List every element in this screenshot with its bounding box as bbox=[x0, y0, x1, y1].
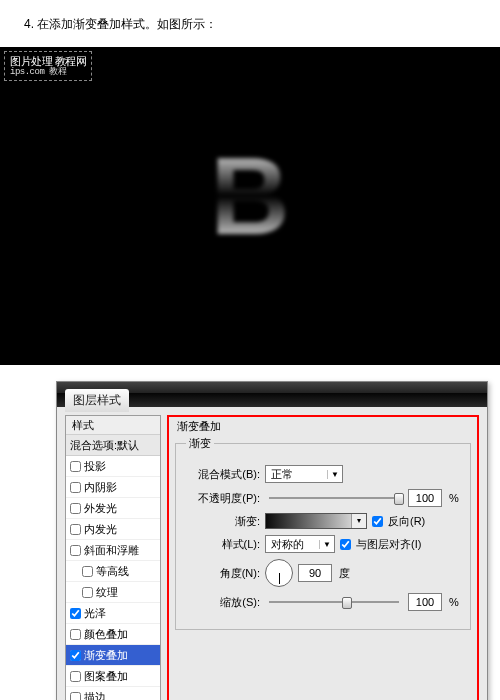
style-item-outer-glow[interactable]: 外发光 bbox=[66, 498, 160, 519]
opacity-slider[interactable] bbox=[269, 497, 399, 499]
label: 颜色叠加 bbox=[84, 627, 128, 642]
dialog-titlebar[interactable]: 图层样式 bbox=[57, 382, 487, 407]
reverse-label: 反向(R) bbox=[388, 514, 425, 529]
label: 渐变叠加 bbox=[84, 648, 128, 663]
blend-mode-combo[interactable]: 正常 ▼ bbox=[265, 465, 343, 483]
opacity-row: 不透明度(P): 100 % bbox=[186, 489, 460, 507]
chevron-down-icon: ▼ bbox=[327, 470, 342, 479]
style-item-texture[interactable]: 纹理 bbox=[66, 582, 160, 603]
style-item-contour[interactable]: 等高线 bbox=[66, 561, 160, 582]
style-item-inner-shadow[interactable]: 内阴影 bbox=[66, 477, 160, 498]
scale-unit: % bbox=[449, 596, 459, 608]
checkbox-bevel[interactable] bbox=[70, 545, 81, 556]
angle-hand bbox=[279, 573, 280, 584]
label: 外发光 bbox=[84, 501, 117, 516]
group-legend: 渐变 bbox=[186, 436, 214, 451]
style-item-pattern-overlay[interactable]: 图案叠加 bbox=[66, 666, 160, 687]
blend-mode-row: 混合模式(B): 正常 ▼ bbox=[186, 465, 460, 483]
style-item-gradient-overlay[interactable]: 渐变叠加 bbox=[66, 645, 160, 666]
angle-dial[interactable] bbox=[265, 559, 293, 587]
style-combo[interactable]: 对称的 ▼ bbox=[265, 535, 335, 553]
blend-mode-value: 正常 bbox=[271, 467, 327, 482]
style-item-stroke[interactable]: 描边 bbox=[66, 687, 160, 700]
scale-value[interactable]: 100 bbox=[408, 593, 442, 611]
checkbox-contour[interactable] bbox=[82, 566, 93, 577]
checkbox-stroke[interactable] bbox=[70, 692, 81, 701]
opacity-label: 不透明度(P): bbox=[186, 491, 260, 506]
style-item-bevel[interactable]: 斜面和浮雕 bbox=[66, 540, 160, 561]
angle-row: 角度(N): 90 度 bbox=[186, 559, 460, 587]
scale-label: 缩放(S): bbox=[186, 595, 260, 610]
angle-value[interactable]: 90 bbox=[298, 564, 332, 582]
label: 等高线 bbox=[96, 564, 129, 579]
checkbox-gradient-overlay[interactable] bbox=[70, 650, 81, 661]
blend-options-default[interactable]: 混合选项:默认 bbox=[66, 435, 160, 456]
style-row: 样式(L): 对称的 ▼ 与图层对齐(I) bbox=[186, 535, 460, 553]
style-item-satin[interactable]: 光泽 bbox=[66, 603, 160, 624]
label: 纹理 bbox=[96, 585, 118, 600]
checkbox-inner-shadow[interactable] bbox=[70, 482, 81, 493]
align-checkbox[interactable] bbox=[340, 539, 351, 550]
layer-style-dialog: 图层样式 样式 混合选项:默认 投影 内阴影 外发光 内发光 bbox=[56, 381, 488, 700]
watermark-line2: ips.com 教程 bbox=[10, 67, 86, 78]
opacity-value[interactable]: 100 bbox=[408, 489, 442, 507]
checkbox-drop-shadow[interactable] bbox=[70, 461, 81, 472]
preview-letter: B bbox=[210, 132, 289, 259]
scale-row: 缩放(S): 100 % bbox=[186, 593, 460, 611]
panel-heading: 渐变叠加 bbox=[177, 419, 471, 434]
label: 投影 bbox=[84, 459, 106, 474]
opacity-unit: % bbox=[449, 492, 459, 504]
chevron-down-icon: ▾ bbox=[351, 514, 366, 528]
blend-mode-label: 混合模式(B): bbox=[186, 467, 260, 482]
label: 图案叠加 bbox=[84, 669, 128, 684]
watermark-line1: 图片处理 教程网 bbox=[10, 56, 86, 67]
gradient-overlay-panel: 渐变叠加 渐变 混合模式(B): 正常 ▼ 不透明度(P): 100 bbox=[167, 415, 479, 700]
gradient-row: 渐变: ▾ 反向(R) bbox=[186, 513, 460, 529]
watermark: 图片处理 教程网 ips.com 教程 bbox=[4, 51, 92, 81]
dialog-title: 图层样式 bbox=[65, 389, 129, 412]
dialog-body: 样式 混合选项:默认 投影 内阴影 外发光 内发光 斜面和 bbox=[57, 407, 487, 700]
slider-thumb[interactable] bbox=[342, 597, 352, 609]
angle-label: 角度(N): bbox=[186, 566, 260, 581]
label: 描边 bbox=[84, 690, 106, 701]
preview-image: 图片处理 教程网 ips.com 教程 B bbox=[0, 47, 500, 365]
style-value: 对称的 bbox=[271, 537, 319, 552]
scale-slider[interactable] bbox=[269, 601, 399, 603]
label: 内发光 bbox=[84, 522, 117, 537]
label: 光泽 bbox=[84, 606, 106, 621]
angle-unit: 度 bbox=[339, 566, 350, 581]
checkbox-satin[interactable] bbox=[70, 608, 81, 619]
gradient-swatch[interactable]: ▾ bbox=[265, 513, 367, 529]
style-item-drop-shadow[interactable]: 投影 bbox=[66, 456, 160, 477]
style-label: 样式(L): bbox=[186, 537, 260, 552]
blend-options-label: 混合选项:默认 bbox=[70, 438, 139, 453]
checkbox-pattern-overlay[interactable] bbox=[70, 671, 81, 682]
style-item-color-overlay[interactable]: 颜色叠加 bbox=[66, 624, 160, 645]
style-item-inner-glow[interactable]: 内发光 bbox=[66, 519, 160, 540]
styles-list: 样式 混合选项:默认 投影 内阴影 外发光 内发光 斜面和 bbox=[65, 415, 161, 700]
align-label: 与图层对齐(I) bbox=[356, 537, 421, 552]
gradient-label: 渐变: bbox=[186, 514, 260, 529]
reverse-checkbox[interactable] bbox=[372, 516, 383, 527]
label: 斜面和浮雕 bbox=[84, 543, 139, 558]
checkbox-inner-glow[interactable] bbox=[70, 524, 81, 535]
step-text: 4. 在添加渐变叠加样式。如图所示： bbox=[16, 16, 484, 33]
gradient-group: 渐变 混合模式(B): 正常 ▼ 不透明度(P): 100 % bbox=[175, 436, 471, 630]
slider-thumb[interactable] bbox=[394, 493, 404, 505]
checkbox-outer-glow[interactable] bbox=[70, 503, 81, 514]
label: 内阴影 bbox=[84, 480, 117, 495]
chevron-down-icon: ▼ bbox=[319, 540, 334, 549]
styles-header: 样式 bbox=[66, 416, 160, 435]
checkbox-texture[interactable] bbox=[82, 587, 93, 598]
checkbox-color-overlay[interactable] bbox=[70, 629, 81, 640]
